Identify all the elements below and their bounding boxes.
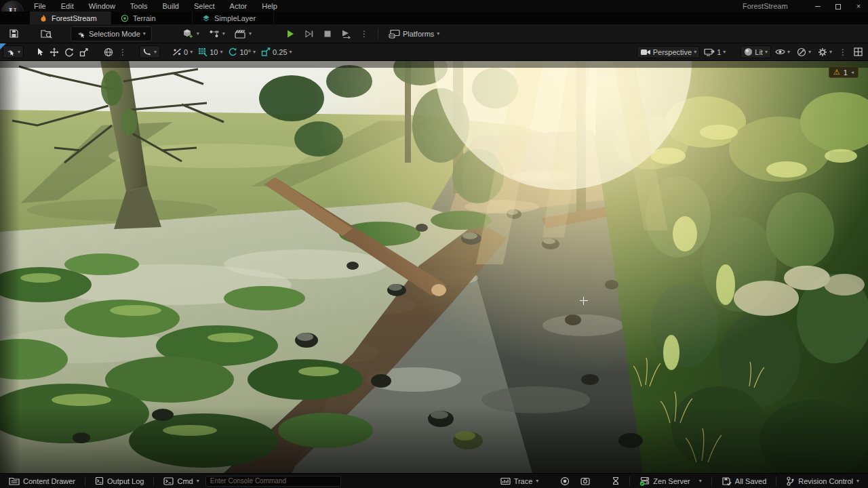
orbit-snap-dropdown[interactable]: ▾ <box>139 45 160 58</box>
platforms-dropdown[interactable]: Platforms ▾ <box>385 27 443 41</box>
menu-build[interactable]: Build <box>156 1 186 12</box>
rotate-icon <box>64 47 74 57</box>
skip-frame-button[interactable] <box>301 27 317 41</box>
viewport-warning-badge[interactable]: ⚠ 1 ◂ <box>829 66 859 78</box>
active-viewport-wedge <box>0 43 6 49</box>
tab-simplelayer[interactable]: SimpleLayer <box>193 12 274 24</box>
camera-speed-dropdown[interactable]: 1 ▾ <box>701 47 728 58</box>
grid-snap-dropdown[interactable]: 10 ▾ <box>195 46 225 58</box>
window-title: ForestStream <box>743 2 788 10</box>
save-icon <box>9 28 19 39</box>
revision-control-icon <box>786 476 795 486</box>
quad-view-button[interactable] <box>851 46 865 58</box>
play-options-kebab[interactable]: ⋮ <box>357 29 371 39</box>
trace-screenshot-button[interactable] <box>576 476 595 487</box>
scale-tool-button[interactable] <box>77 46 92 58</box>
tab-foreststream[interactable]: ForestStream <box>30 12 111 24</box>
lit-sphere-icon <box>744 47 753 56</box>
svg-text:+: + <box>189 33 193 39</box>
surface-snap-value: 0 <box>184 48 188 56</box>
viewport-toolbar: ▾ ⋮ ▾ <box>0 43 868 61</box>
transform-options-kebab[interactable]: ⋮ <box>116 47 130 57</box>
layer-icon <box>202 14 210 22</box>
view-modifiers-dropdown[interactable]: ▾ <box>794 46 814 58</box>
all-saved-label: All Saved <box>735 477 766 485</box>
trace-icon <box>500 477 511 485</box>
selection-mode-icon <box>77 29 86 39</box>
gear-icon <box>818 47 827 57</box>
camera-region-icon <box>580 477 590 485</box>
play-button[interactable] <box>282 27 298 41</box>
scale-snap-icon <box>261 47 271 56</box>
close-button[interactable]: × <box>853 2 864 10</box>
tab-terrain[interactable]: Terrain <box>111 12 193 24</box>
tab-label: Terrain <box>133 14 156 22</box>
zen-server-dropdown[interactable]: Zen Server ▾ <box>635 475 706 487</box>
all-saved-button[interactable]: All Saved <box>717 475 771 487</box>
save-button[interactable] <box>5 26 22 41</box>
maximize-button[interactable] <box>833 2 844 10</box>
menu-window[interactable]: Window <box>82 1 122 12</box>
menu-help[interactable]: Help <box>255 1 284 12</box>
background-tasks-button[interactable] <box>607 475 625 487</box>
step-forward-icon <box>304 29 314 39</box>
menu-edit[interactable]: Edit <box>54 1 81 12</box>
menu-select[interactable]: Select <box>187 1 222 12</box>
grid-snap-icon <box>198 47 208 56</box>
viewport-options-kebab[interactable]: ⋮ <box>836 47 850 57</box>
cinematics-dropdown[interactable]: ▾ <box>231 27 255 41</box>
grid-snap-value: 10 <box>210 48 218 56</box>
orbit-arrow-icon <box>142 47 152 56</box>
lit-mode-dropdown[interactable]: Lit ▾ <box>741 45 771 58</box>
eye-icon <box>775 48 785 56</box>
blueprints-dropdown[interactable]: ▾ <box>205 27 229 41</box>
trace-dropdown[interactable]: Trace ▾ <box>496 476 544 487</box>
move-icon <box>50 47 59 57</box>
surface-snap-dropdown[interactable]: 0 ▾ <box>170 46 195 58</box>
console-command-input[interactable] <box>205 476 341 487</box>
scale-icon <box>79 47 89 57</box>
platforms-icon <box>389 29 400 39</box>
title-bar: U File Edit Window Tools Build Select Ac… <box>0 0 868 12</box>
surface-snap-icon <box>172 47 182 56</box>
rotate-tool-button[interactable] <box>62 46 77 58</box>
menu-tools[interactable]: Tools <box>123 1 155 12</box>
zen-server-label: Zen Server <box>653 477 690 485</box>
camera-speed-icon <box>704 48 715 56</box>
scale-snap-dropdown[interactable]: 0.25 ▾ <box>258 46 294 58</box>
browse-content-button[interactable] <box>37 26 56 41</box>
trace-snapshot-button[interactable] <box>555 475 574 487</box>
select-tool-button[interactable] <box>33 46 47 58</box>
terrain-icon <box>121 14 129 22</box>
level-tab-bar: ForestStream Terrain SimpleLayer <box>0 12 868 24</box>
quad-view-icon <box>854 47 863 56</box>
stop-button[interactable] <box>320 28 335 40</box>
menu-actor[interactable]: Actor <box>223 1 254 12</box>
level-viewport[interactable]: ⚠ 1 ◂ <box>0 61 868 473</box>
perspective-dropdown[interactable]: Perspective ▾ <box>637 46 701 58</box>
rotation-snap-dropdown[interactable]: 10° ▾ <box>225 46 258 58</box>
world-coordinate-button[interactable] <box>101 46 116 58</box>
output-log-button[interactable]: Output Log <box>90 475 149 487</box>
minimize-button[interactable] <box>812 2 823 10</box>
hourglass-icon <box>612 476 620 485</box>
rotation-snap-value: 10° <box>239 48 251 56</box>
lit-label: Lit <box>755 48 763 56</box>
move-tool-button[interactable] <box>47 46 62 58</box>
transform-cursor-icon <box>6 47 16 56</box>
viewport-scene <box>0 61 868 473</box>
selection-mode-dropdown[interactable]: Selection Mode ▾ <box>71 26 152 41</box>
menu-file[interactable]: File <box>27 1 53 12</box>
cmd-dropdown[interactable]: Cmd ▾ <box>159 476 203 487</box>
content-drawer-icon <box>9 476 20 485</box>
content-drawer-button[interactable]: Content Drawer <box>4 475 80 487</box>
cmd-label: Cmd <box>177 477 193 485</box>
play-icon <box>285 29 295 39</box>
main-toolbar: Selection Mode ▾ + ▾ ▾ ▾ <box>0 24 868 43</box>
launch-button[interactable] <box>338 27 355 41</box>
revision-control-dropdown[interactable]: Revision Control ▾ <box>781 475 864 487</box>
viewport-settings-dropdown[interactable]: ▾ <box>815 46 835 58</box>
add-actor-dropdown[interactable]: + ▾ <box>179 26 203 41</box>
show-flags-dropdown[interactable]: ▾ <box>772 47 793 57</box>
camera-speed-value: 1 <box>717 48 721 56</box>
